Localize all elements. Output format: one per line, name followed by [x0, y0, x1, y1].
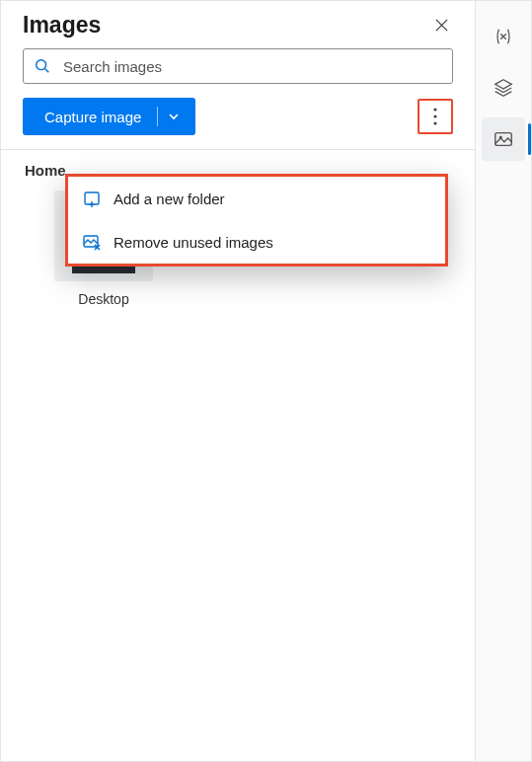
layers-icon	[493, 77, 514, 99]
capture-image-button[interactable]: Capture image	[23, 98, 195, 135]
menu-label: Remove unused images	[114, 234, 273, 251]
search-icon	[34, 57, 51, 75]
menu-item-remove-unused[interactable]: Remove unused images	[68, 220, 445, 264]
svg-line-1	[45, 69, 49, 73]
right-sidebar	[476, 1, 531, 761]
svg-point-2	[433, 108, 436, 111]
panel-header: Images	[1, 1, 475, 44]
variables-icon	[493, 26, 514, 47]
svg-point-0	[37, 60, 46, 70]
more-vertical-icon	[433, 108, 437, 125]
sidebar-item-layers[interactable]	[482, 66, 525, 110]
search-box[interactable]	[23, 48, 453, 84]
images-icon	[493, 128, 514, 150]
search-input[interactable]	[61, 57, 442, 76]
capture-dropdown-toggle[interactable]	[158, 111, 190, 122]
app-root: Images Capture image Hom	[0, 0, 532, 762]
more-options-menu: Add a new folder Remove unused images	[65, 174, 448, 267]
search-wrap	[1, 44, 475, 94]
sidebar-item-images[interactable]	[482, 117, 525, 161]
panel-title: Images	[23, 12, 101, 38]
menu-label: Add a new folder	[114, 190, 225, 207]
capture-label: Capture image	[29, 109, 157, 125]
more-options-button[interactable]	[418, 99, 453, 134]
sidebar-item-variables[interactable]	[482, 15, 525, 58]
close-icon	[434, 18, 449, 33]
remove-image-icon	[82, 232, 102, 252]
svg-point-4	[433, 121, 436, 124]
actions-row: Capture image	[1, 94, 475, 149]
svg-point-3	[433, 114, 436, 117]
thumbnail-label: Desktop	[78, 291, 128, 307]
images-panel: Images Capture image Hom	[1, 1, 476, 761]
chevron-down-icon	[168, 111, 180, 122]
menu-item-add-folder[interactable]: Add a new folder	[68, 177, 445, 220]
close-button[interactable]	[427, 11, 455, 38]
add-folder-icon	[82, 189, 102, 208]
